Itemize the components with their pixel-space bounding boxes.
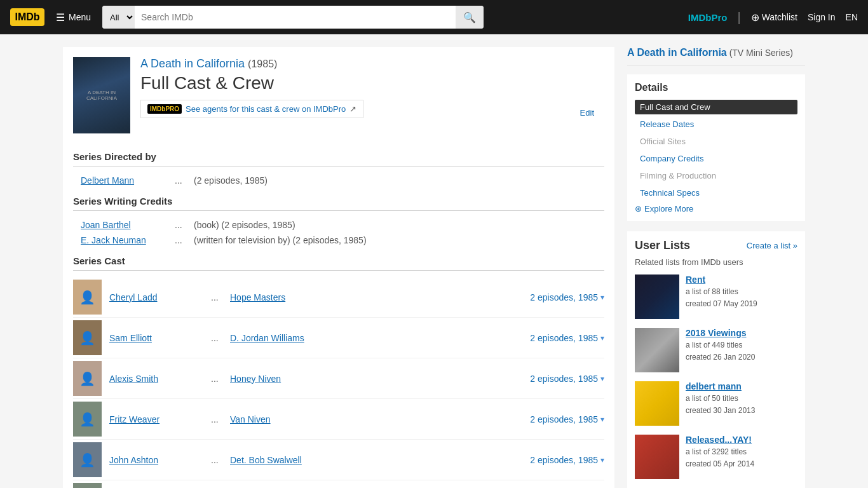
search-button[interactable]: 🔍 (456, 6, 484, 29)
watchlist-label: Watchlist (762, 12, 797, 22)
movie-title-link[interactable]: A Death in California (140, 57, 248, 70)
explore-more-button[interactable]: ⊛ Explore More (635, 204, 797, 214)
series-cast-heading: Series Cast (73, 248, 604, 271)
directed-by-heading: Series Directed by (73, 144, 604, 166)
avatar-placeholder: 👤 (73, 361, 102, 396)
cast-role-2[interactable]: D. Jordan Williams (230, 333, 530, 343)
list-thumb-viewings (635, 328, 679, 372)
list-name-viewings[interactable]: 2018 Viewings (686, 328, 797, 338)
list-info-rent: Rent a list of 88 titlescreated 07 May 2… (686, 274, 797, 310)
cast-dots-3: ... (211, 374, 230, 384)
detail-link-company-credits[interactable]: Company Credits (635, 151, 797, 166)
imdbpro-badge: IMDbPRO (147, 104, 182, 114)
imdbpro-banner: IMDbPRO See agents for this cast & crew … (140, 100, 363, 118)
search-input[interactable] (135, 6, 456, 29)
list-meta-rent: a list of 88 titlescreated 07 May 2019 (686, 287, 757, 308)
table-row: 👤 Cheryl Ladd ... Hope Masters 2 episode… (73, 277, 604, 318)
list-name-released[interactable]: Released...YAY! (686, 435, 797, 445)
language-selector[interactable]: EN (846, 12, 858, 22)
user-lists-section: User Lists Create a list » Related lists… (627, 231, 805, 488)
header-right: IMDbPro | ⊕ Watchlist Sign In EN (688, 10, 858, 25)
edit-button[interactable]: Edit (580, 108, 594, 118)
writer-name-2[interactable]: E. Jack Neuman (73, 235, 175, 245)
menu-button[interactable]: ☰ Menu (52, 8, 95, 27)
director-dots: ... (175, 175, 194, 186)
cast-episodes-2: 2 episodes, 1985 ▾ (530, 333, 604, 343)
cast-name-3[interactable]: Alexis Smith (109, 374, 211, 384)
create-list-link[interactable]: Create a list » (747, 241, 797, 250)
writer-name-1[interactable]: Joan Barthel (73, 220, 175, 230)
sidebar-movie-title-link[interactable]: A Death in California (627, 47, 727, 58)
right-panel: A Death in California (TV Mini Series) D… (627, 47, 805, 488)
writer-dots-1: ... (175, 220, 194, 230)
cast-role-1[interactable]: Hope Masters (230, 292, 530, 302)
list-meta-released: a list of 3292 titlescreated 05 Apr 2014 (686, 447, 754, 468)
cast-episodes-1: 2 episodes, 1985 ▾ (530, 292, 604, 302)
list-thumb-released (635, 435, 679, 479)
cast-name-2[interactable]: Sam Elliott (109, 333, 211, 343)
cast-name-4[interactable]: Fritz Weaver (109, 414, 211, 424)
list-item: 2018 Viewings a list of 449 titlescreate… (635, 328, 797, 372)
cast-role-3[interactable]: Honey Niven (230, 374, 530, 384)
imdbpro-logo[interactable]: IMDbPro (688, 12, 728, 23)
list-name-delbert[interactable]: delbert mann (686, 381, 797, 391)
writer-desc-1: (book) (2 episodes, 1985) (194, 220, 604, 230)
expand-icon[interactable]: ▾ (600, 374, 604, 383)
expand-icon[interactable]: ▾ (600, 415, 604, 424)
avatar: 👤 (73, 320, 102, 355)
writer-row-1: Joan Barthel ... (book) (2 episodes, 198… (73, 217, 604, 233)
list-meta-viewings: a list of 449 titlescreated 26 Jan 2020 (686, 341, 755, 362)
directors-table: Delbert Mann ... (2 episodes, 1985) (73, 173, 604, 188)
table-row: 👤 Alexis Smith ... Honey Niven 2 episode… (73, 358, 604, 399)
cast-role-4[interactable]: Van Niven (230, 414, 530, 424)
expand-icon[interactable]: ▾ (600, 293, 604, 302)
list-info-released: Released...YAY! a list of 3292 titlescre… (686, 435, 797, 470)
detail-link-technical-specs[interactable]: Technical Specs (635, 186, 797, 200)
avatar: 👤 (73, 280, 102, 315)
movie-year: (1985) (248, 58, 277, 69)
writing-credits-heading: Series Writing Credits (73, 188, 604, 211)
bookmark-icon: ⊕ (751, 11, 759, 24)
expand-icon[interactable]: ▾ (600, 456, 604, 464)
avatar-placeholder: 👤 (73, 483, 102, 488)
external-link-icon: ↗ (349, 104, 356, 114)
watchlist-button[interactable]: ⊕ Watchlist (751, 11, 797, 24)
imdbpro-cast-link[interactable]: See agents for this cast & crew on IMDbP… (186, 104, 346, 114)
poster-placeholder: A DEATH IN CALIFORNIA (73, 87, 130, 104)
cast-role-5[interactable]: Det. Bob Swalwell (230, 455, 530, 465)
cast-name-1[interactable]: Cheryl Ladd (109, 292, 211, 302)
details-section: Details Full Cast and Crew Release Dates… (627, 74, 805, 221)
detail-link-full-cast[interactable]: Full Cast and Crew (635, 100, 797, 114)
list-thumb-delbert (635, 381, 679, 426)
expand-icon[interactable]: ▾ (600, 334, 604, 342)
avatar: 👤 (73, 402, 102, 437)
cast-dots-4: ... (211, 414, 230, 424)
table-row: 👤 John Ashton ... Det. Bob Swalwell 2 ep… (73, 440, 604, 480)
director-name[interactable]: Delbert Mann (73, 175, 175, 186)
movie-header: A DEATH IN CALIFORNIA A Death in Califor… (73, 57, 604, 133)
sidebar-movie-type: (TV Mini Series) (729, 48, 793, 58)
chevron-down-icon: ⊛ (635, 204, 642, 214)
detail-link-release-dates[interactable]: Release Dates (635, 117, 797, 132)
page-wrapper: Edit A DEATH IN CALIFORNIA A Death in Ca… (0, 34, 868, 488)
avatar: 👤 (73, 361, 102, 396)
avatar: 👤 (73, 442, 102, 477)
imdb-logo[interactable]: IMDb (10, 8, 44, 26)
list-thumb-rent (635, 274, 679, 319)
cast-name-5[interactable]: John Ashton (109, 455, 211, 465)
main-content: Edit A DEATH IN CALIFORNIA A Death in Ca… (53, 34, 815, 488)
list-item: Released...YAY! a list of 3292 titlescre… (635, 435, 797, 479)
list-info-delbert: delbert mann a list of 50 titlescreated … (686, 381, 797, 417)
writer-dots-2: ... (175, 235, 194, 245)
movie-info: A Death in California (1985) Full Cast &… (140, 57, 604, 133)
list-name-rent[interactable]: Rent (686, 274, 797, 285)
avatar-placeholder: 👤 (73, 320, 102, 355)
signin-button[interactable]: Sign In (808, 12, 836, 22)
cast-dots-5: ... (211, 455, 230, 465)
search-category-select[interactable]: All (102, 6, 135, 29)
list-info-viewings: 2018 Viewings a list of 449 titlescreate… (686, 328, 797, 363)
cast-dots-2: ... (211, 333, 230, 343)
hamburger-icon: ☰ (56, 11, 65, 24)
cast-table: 👤 Cheryl Ladd ... Hope Masters 2 episode… (73, 277, 604, 488)
writer-desc-2: (written for television by) (2 episodes,… (194, 235, 604, 245)
